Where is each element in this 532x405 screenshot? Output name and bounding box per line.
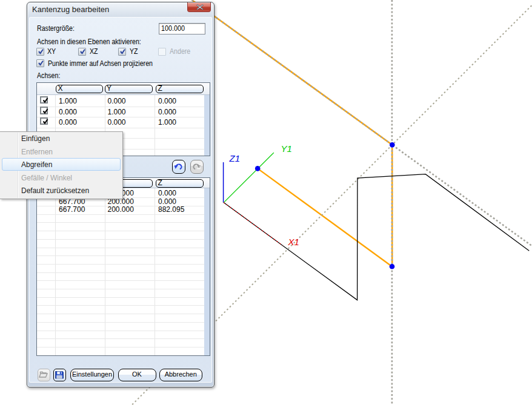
svg-text:Y1: Y1 bbox=[281, 143, 292, 154]
svg-text:X1: X1 bbox=[288, 237, 299, 247]
svg-text:Z1: Z1 bbox=[229, 153, 241, 163]
